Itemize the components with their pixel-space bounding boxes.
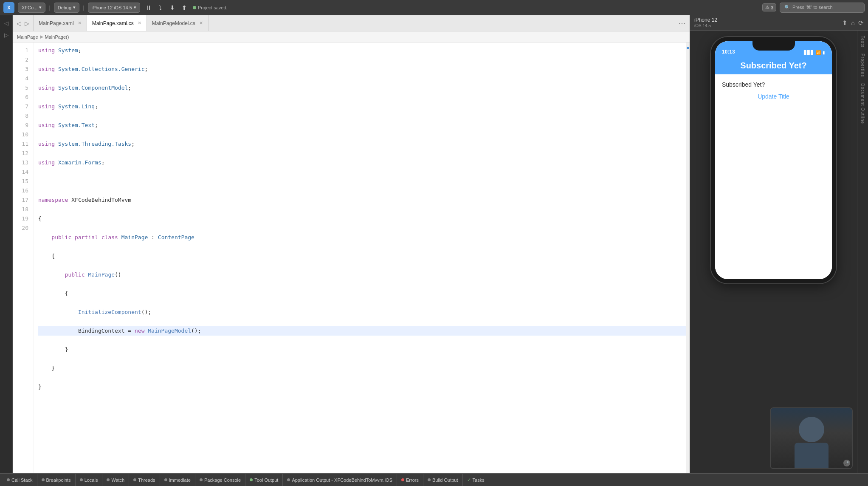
device-rotate-icon[interactable]: ⟳ xyxy=(858,19,864,27)
config-selector[interactable]: Debug ▾ xyxy=(54,3,79,13)
scheme-selector[interactable]: XFCo... ▾ xyxy=(18,3,45,13)
tab-app-output[interactable]: Application Output - XFCodeBehindToMvvm.… xyxy=(283,474,397,486)
breadcrumb-project: MainPage xyxy=(17,34,38,40)
breadcrumb-symbol: MainPage() xyxy=(45,34,69,40)
pause-button[interactable]: ⏸ xyxy=(144,3,154,13)
step-over-button[interactable]: ⤵ xyxy=(155,3,166,13)
tab-watch-label: Watch xyxy=(111,478,124,483)
app-logo: X xyxy=(3,2,14,13)
app-title: Subscribed Yet? xyxy=(740,61,806,71)
code-area: 12345 678910 1112131415 1617181920 using… xyxy=(13,42,690,473)
warning-badge[interactable]: ⚠ 3 xyxy=(762,3,776,11)
code-editor[interactable]: using System; using System.Collections.G… xyxy=(34,42,690,473)
warning-icon: ⚠ xyxy=(765,5,769,10)
device-share-icon[interactable]: ⬆ xyxy=(842,19,848,27)
iphone-notch xyxy=(752,41,795,51)
tab-mainpage-xaml-cs[interactable]: MainPage.xaml.cs ✕ xyxy=(87,15,147,31)
tab-tool-output[interactable]: Tool Output xyxy=(245,474,283,486)
video-body xyxy=(795,443,829,468)
sidebar-icons: ◁ ▷ xyxy=(0,15,13,473)
right-panel: iPhone 12 iOS 14.5 ⬆ ⌂ ⟳ 10:13 xyxy=(690,15,868,473)
app-update-button[interactable]: Update Title xyxy=(722,93,825,100)
tab-nav-forward[interactable]: ▷ xyxy=(23,19,31,28)
device-label: iPhone 12 iOS 14.5 xyxy=(92,5,132,10)
status-label: Project saved. xyxy=(198,5,228,10)
tab-threads[interactable]: Threads xyxy=(129,474,160,486)
config-chevron-icon: ▾ xyxy=(73,5,76,10)
project-status: Project saved. xyxy=(193,5,228,10)
search-icon: 🔍 xyxy=(784,5,790,10)
tab-build-output[interactable]: Build Output xyxy=(423,474,463,486)
svg-text:X: X xyxy=(7,5,11,10)
tab-close-mainpage-xaml[interactable]: ✕ xyxy=(78,20,82,26)
wifi-icon: 📶 xyxy=(816,50,821,55)
separator: | xyxy=(49,4,50,11)
tab-call-stack-dot xyxy=(7,478,10,481)
device-header-icons: ⬆ ⌂ ⟳ xyxy=(842,19,864,27)
tab-mainpage-xaml[interactable]: MainPage.xaml ✕ xyxy=(34,15,87,31)
step-into-button[interactable]: ⬇ xyxy=(167,3,178,13)
tab-immediate-dot xyxy=(164,478,167,481)
tab-locals-dot xyxy=(80,478,83,481)
tab-call-stack[interactable]: Call Stack xyxy=(3,474,37,486)
tab-breakpoints[interactable]: Breakpoints xyxy=(37,474,76,486)
line-numbers: 12345 678910 1112131415 1617181920 xyxy=(13,42,34,473)
top-bar: X XFCo... ▾ | Debug ▾ | iPhone 12 iOS 14… xyxy=(0,0,868,15)
video-thumbnail: 🎤 xyxy=(770,407,853,469)
sidebar-nav-back[interactable]: ◁ xyxy=(1,18,11,28)
tab-locals[interactable]: Locals xyxy=(76,474,103,486)
sidebar-nav-forward[interactable]: ▷ xyxy=(1,30,11,40)
search-bar[interactable]: 🔍 Press '⌘' to search xyxy=(780,3,865,13)
status-icons: ▊▊▊ 📶 ▮ xyxy=(804,50,825,55)
device-home-icon[interactable]: ⌂ xyxy=(851,19,855,26)
tab-tools-menu[interactable]: ⋯ xyxy=(677,18,687,28)
status-dot-icon xyxy=(193,6,196,9)
tab-build-output-dot xyxy=(428,478,431,481)
status-time: 10:13 xyxy=(722,49,735,55)
iphone-screen: 10:13 ▊▊▊ 📶 ▮ Subscribed Yet? Subscribed xyxy=(715,41,832,279)
separator2: | xyxy=(83,4,84,11)
step-out-button[interactable]: ⬆ xyxy=(179,3,189,13)
app-content: Subscribed Yet? Update Title xyxy=(715,74,832,279)
tab-close-mainpage-xaml-cs[interactable]: ✕ xyxy=(138,20,141,26)
tab-errors[interactable]: Errors xyxy=(397,474,423,486)
right-tools-sidebar: Tests Properties Document Outline xyxy=(857,31,868,473)
device-selector[interactable]: iPhone 12 iOS 14.5 ▾ xyxy=(88,3,140,13)
tab-package-console-label: Package Console xyxy=(204,478,241,483)
device-header: iPhone 12 iOS 14.5 ⬆ ⌂ ⟳ xyxy=(690,15,868,31)
device-name: iPhone 12 xyxy=(694,17,717,23)
tab-package-console-dot xyxy=(200,478,203,481)
tab-watch-dot xyxy=(107,478,110,481)
tab-mainpagemodel-cs[interactable]: MainPageModel.cs ✕ xyxy=(147,15,209,31)
breadcrumb: MainPage ▶ MainPage() xyxy=(13,31,690,42)
sidebar-tests[interactable]: Tests xyxy=(860,33,865,50)
tab-immediate[interactable]: Immediate xyxy=(160,474,195,486)
config-label: Debug xyxy=(58,5,71,10)
simulator-area: 10:13 ▊▊▊ 📶 ▮ Subscribed Yet? Subscribed xyxy=(690,31,857,473)
run-controls: ⏸ ⤵ ⬇ ⬆ xyxy=(144,3,189,13)
tab-package-console[interactable]: Package Console xyxy=(195,474,245,486)
tab-close-mainpagemodel-cs[interactable]: ✕ xyxy=(199,20,203,26)
sidebar-doc-outline[interactable]: Document Outline xyxy=(860,81,865,127)
scheme-label: XFCo... xyxy=(22,5,37,10)
tab-tasks-check-icon: ✓ xyxy=(467,477,471,483)
app-nav-bar: Subscribed Yet? xyxy=(715,57,832,74)
tab-errors-label: Errors xyxy=(406,478,419,483)
tab-label-mainpage-xaml-cs: MainPage.xaml.cs xyxy=(92,20,134,26)
tab-tasks[interactable]: ✓ Tasks xyxy=(463,474,489,486)
battery-icon: ▮ xyxy=(823,50,825,55)
signal-icon: ▊▊▊ xyxy=(804,50,814,55)
tab-nav-back[interactable]: ◁ xyxy=(15,19,23,28)
breadcrumb-sep: ▶ xyxy=(40,34,43,40)
tab-nav-arrows: ◁ ▷ xyxy=(13,15,34,31)
sidebar-properties[interactable]: Properties xyxy=(860,51,865,80)
video-mic-icon: 🎤 xyxy=(843,460,850,466)
device-os: iOS 14.5 xyxy=(694,23,717,28)
tab-call-stack-label: Call Stack xyxy=(11,478,33,483)
tab-watch[interactable]: Watch xyxy=(102,474,129,486)
tab-tasks-label: Tasks xyxy=(473,478,485,483)
tab-label-mainpage-xaml: MainPage.xaml xyxy=(39,20,74,26)
device-chevron-icon: ▾ xyxy=(134,5,136,10)
app-content-label: Subscribed Yet? xyxy=(722,81,825,88)
bookmark-indicator xyxy=(687,47,689,49)
